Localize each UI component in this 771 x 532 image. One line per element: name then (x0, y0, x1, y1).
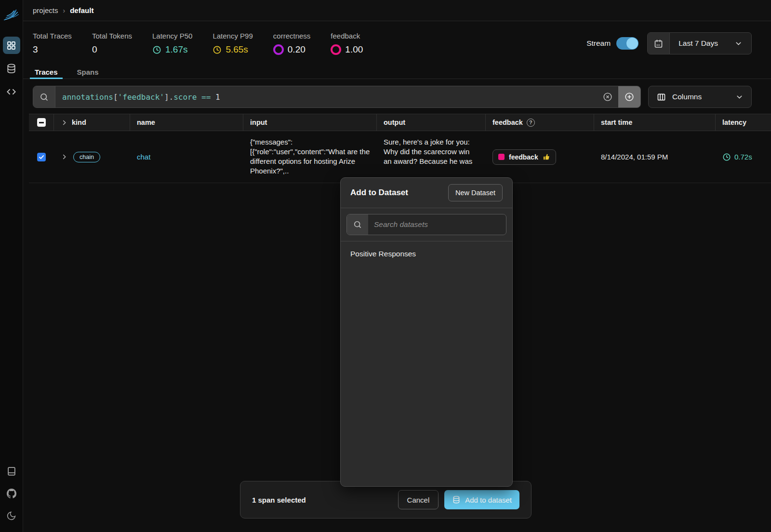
stat-feedback: feedback 1.00 (331, 32, 363, 55)
thumbs-up-icon (543, 153, 550, 161)
row-input-cell: {"messages": [{"role":"user","content":"… (243, 131, 377, 183)
chevron-down-icon (734, 40, 743, 48)
row-kind-cell: chain (54, 131, 130, 183)
stats-row: Total Traces 3 Total Tokens 0 Latency P5… (23, 21, 771, 66)
table-header-row: kind name input output feedback ? start … (29, 114, 771, 131)
tab-traces[interactable]: Traces (30, 66, 63, 79)
column-header-output: output (377, 114, 486, 131)
database-icon (452, 495, 461, 504)
clock-icon (722, 153, 731, 161)
column-header-kind: kind (54, 114, 130, 131)
add-filter-icon[interactable] (618, 86, 640, 107)
breadcrumb-current-project: default (70, 6, 93, 14)
dataset-search-box (346, 214, 506, 235)
modal-title: Add to Dataset (350, 188, 408, 198)
row-latency-cell: 0.72s (716, 131, 771, 183)
trace-name-link[interactable]: chat (137, 153, 150, 161)
filter-row: annotations['feedback'].score == 1 Colum… (33, 86, 752, 108)
row-feedback-cell: feedback (486, 131, 594, 183)
row-output-cell: Sure, here's a joke for you: Why did the… (377, 131, 486, 183)
selection-status: 1 span selected (252, 496, 306, 504)
select-all-checkbox[interactable] (29, 114, 54, 131)
column-header-name: name (130, 114, 243, 131)
stat-total-tokens: Total Tokens 0 (92, 32, 132, 55)
sidebar (0, 0, 23, 532)
column-header-start-time: start time (594, 114, 716, 131)
breadcrumb: projects › default (23, 0, 771, 21)
feedback-annotation-badge[interactable]: feedback (492, 149, 556, 165)
breadcrumb-projects-link[interactable]: projects (33, 6, 58, 14)
stat-total-traces: Total Traces 3 (33, 32, 72, 55)
row-checkbox[interactable] (29, 131, 54, 183)
row-start-time-cell: 8/14/2024, 01:59 PM (594, 131, 716, 183)
feedback-ring-icon (331, 44, 341, 55)
dark-mode-moon-icon[interactable] (3, 507, 20, 524)
dataset-list-item[interactable]: Positive Responses (341, 241, 512, 266)
breadcrumb-separator-icon: › (63, 7, 66, 14)
phoenix-logo[interactable] (2, 4, 21, 26)
github-icon[interactable] (3, 485, 20, 502)
column-header-feedback: feedback ? (486, 114, 594, 131)
correctness-ring-icon (273, 44, 284, 55)
filter-condition-input[interactable]: annotations['feedback'].score == 1 (33, 86, 641, 108)
docs-book-icon[interactable] (3, 463, 20, 480)
clock-icon (152, 45, 161, 54)
calendar-icon[interactable] (648, 33, 670, 54)
search-icon (33, 86, 55, 107)
stat-latency-p99: Latency P99 5.65s (213, 32, 253, 55)
search-icon (347, 214, 368, 235)
columns-dropdown[interactable]: Columns (648, 86, 752, 108)
stream-label: Stream (586, 39, 611, 48)
playground-code-icon[interactable] (3, 83, 20, 100)
projects-nav-grid-icon[interactable] (3, 37, 20, 54)
filter-query-text[interactable]: annotations['feedback'].score == 1 (55, 93, 597, 102)
date-range-picker[interactable]: Last 7 Days (647, 32, 752, 54)
add-to-dataset-button[interactable]: Add to dataset (444, 490, 519, 509)
chevron-down-icon (735, 93, 744, 101)
row-name-cell: chat (130, 131, 243, 183)
dataset-search-input[interactable] (368, 214, 506, 235)
feedback-color-swatch (498, 154, 505, 160)
expand-chevron-right-icon[interactable] (61, 153, 68, 160)
clock-icon (213, 45, 222, 54)
traces-table: kind name input output feedback ? start … (29, 114, 771, 183)
date-range-value: Last 7 Days (678, 39, 718, 48)
dataset-list: Positive Responses (341, 241, 512, 266)
datasets-database-icon[interactable] (3, 60, 20, 77)
columns-icon (656, 92, 666, 102)
tab-spans[interactable]: Spans (72, 66, 104, 79)
columns-label: Columns (672, 93, 702, 101)
cancel-button[interactable]: Cancel (398, 490, 439, 509)
new-dataset-button[interactable]: New Dataset (448, 184, 503, 201)
help-question-icon[interactable]: ? (527, 119, 535, 127)
column-header-input: input (243, 114, 377, 131)
stream-toggle[interactable] (616, 37, 638, 50)
table-row[interactable]: chain chat {"messages": [{"role":"user",… (29, 131, 771, 183)
chevron-right-icon (61, 119, 68, 126)
kind-badge: chain (73, 152, 100, 162)
stat-correctness: correctness 0.20 (273, 32, 311, 55)
clear-filter-icon[interactable] (597, 86, 618, 107)
tabs: Traces Spans (23, 66, 771, 79)
column-header-latency: latency (716, 114, 771, 131)
add-to-dataset-modal: Add to Dataset New Dataset Positive Resp… (340, 177, 513, 487)
stat-latency-p50: Latency P50 1.67s (152, 32, 192, 55)
